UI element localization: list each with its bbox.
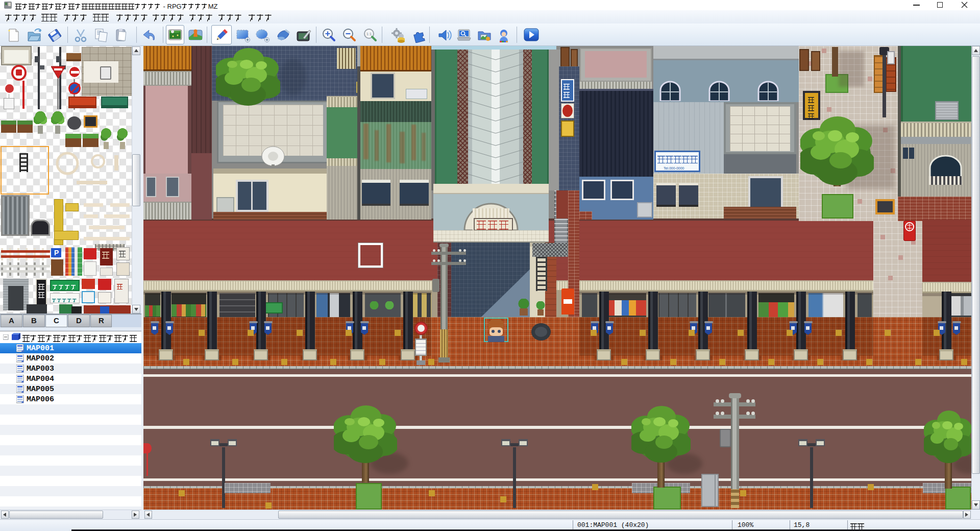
svg-text:1:1: 1:1 [366, 32, 372, 36]
